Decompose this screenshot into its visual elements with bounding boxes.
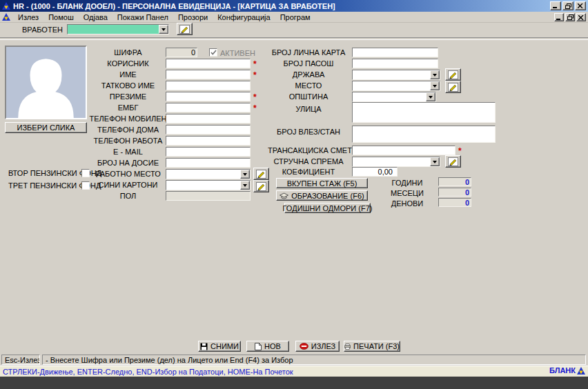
exit-button[interactable]: ИЗЛЕЗ [295,341,340,352]
rabotno-mesto-label: РАБОТНО МЕСТО [85,170,171,179]
brand-label: БЛАНК [549,366,576,375]
restore-icon [567,14,574,20]
keys-hint-bar: СТРЛЕКИ-Движење, ENTER-Следно, END-Избор… [0,366,588,377]
koeficient-input[interactable] [352,167,398,177]
sini-kartoni-edit-button[interactable] [253,180,269,192]
koeficient-label: КОЕФИЦИЕНТ [268,168,349,177]
aktiven-label: АКТИВЕН [220,49,255,58]
telefon-rabota-input[interactable] [166,136,251,146]
mdi-minimize-button[interactable] [554,13,564,21]
telefon-mobilen-input[interactable] [166,114,251,123]
transakciska-smetka-label: ТРАНСАКЦИСКА СМЕТКА [268,146,349,155]
telefon-doma-label: ТЕЛЕФОН ДОМА [85,126,171,134]
telefon-doma-input[interactable] [166,125,251,134]
edit-icon [448,70,458,79]
drzava-edit-button[interactable] [445,68,461,81]
employee-dropdown-button[interactable] [159,25,168,34]
vkupen-staz-label: ВКУПЕН СТАЖ (F5) [287,179,357,188]
shifra-label: ШИФРА [85,48,171,57]
exit-label: ИЗЛЕЗ [311,342,335,350]
chevron-down-icon [429,96,433,101]
email-input[interactable] [166,147,251,157]
rabotno-mesto-edit-button[interactable] [253,168,269,180]
keys-hint-text: СТРЛЕКИ-Движење, ENTER-Следно, END-Избор… [3,368,293,376]
obrazovanie-label: ОБРАЗОВАНИЕ (F6) [291,192,364,200]
prezime-input[interactable] [166,92,251,101]
print-button[interactable]: ПЕЧАТИ (F3) [344,341,400,352]
pol-input[interactable] [166,191,251,201]
mdi-close-button[interactable] [576,13,586,21]
meseci-input[interactable] [438,188,471,197]
desktop-strip [0,377,588,389]
tatkovo-ime-input[interactable] [166,81,251,90]
sini-kartoni-combobox[interactable] [166,180,251,190]
opstina-dropdown-button[interactable] [426,92,435,101]
menu-program[interactable]: Програм [275,12,315,22]
aktiven-checkbox[interactable] [209,48,217,57]
drzava-dropdown-button[interactable] [430,70,440,79]
print-label: ПЕЧАТИ (F3) [353,342,400,350]
save-label: СНИМИ [210,342,239,350]
mdi-restore-button[interactable] [565,13,575,21]
broj-pasos-input[interactable] [352,59,438,68]
broj-licna-karta-input[interactable] [352,48,438,57]
ulica-textarea[interactable] [352,102,496,123]
vkupen-staz-button[interactable]: ВКУПЕН СТАЖ (F5) [276,178,368,188]
mesto-dropdown-button[interactable] [430,81,440,90]
close-button[interactable] [575,1,586,10]
broj-vlez-stan-textarea[interactable] [352,126,496,143]
broj-na-dosie-input[interactable] [166,158,251,168]
chevron-down-icon [433,85,437,90]
mesto-edit-button[interactable] [445,81,461,93]
obrazovanie-button[interactable]: ОБРАЗОВАНИЕ (F6) [276,190,368,201]
menu-izlez[interactable]: Излез [13,12,43,22]
status-bar: Esc-Излез - Внесете Шифра или Презиме (д… [0,354,588,366]
sini-kartoni-dropdown-button[interactable] [240,181,250,190]
embg-input[interactable] [166,103,251,112]
korisnik-label: КОРИСНИК [85,59,171,68]
chevron-down-icon [161,28,166,33]
denovi-input[interactable] [438,198,471,207]
rabotno-mesto-combobox[interactable] [166,169,251,179]
menu-pomos[interactable]: Помош [43,12,79,22]
strucna-sprema-dropdown-button[interactable] [430,157,440,166]
drzava-combobox[interactable] [352,70,440,80]
edit-icon [448,157,458,166]
shifra-input[interactable] [166,48,197,57]
check-icon [210,50,217,55]
ime-input[interactable] [166,70,251,79]
korisnik-input[interactable] [166,59,251,68]
application-window: HR - (1000 - БЛАНК ДООЕЛ) - ПЕРСОНАЛНА Е… [0,0,588,389]
menu-prozori[interactable]: Прозори [173,12,213,22]
employee-edit-button[interactable] [177,23,193,35]
godini-input[interactable] [438,177,471,186]
sini-kartoni-label: СИНИ КАРТОНИ [85,181,171,190]
minimize-icon [556,15,562,20]
choose-picture-button[interactable]: ИЗБЕРИ СЛИКА [5,122,87,133]
minimize-button[interactable] [550,1,561,10]
strucna-sprema-combobox[interactable] [352,157,440,167]
ulica-label: УЛИЦА [268,105,349,114]
save-icon [200,343,208,350]
prezime-label: ПРЕЗИМЕ [85,92,171,101]
broj-licna-karta-label: БРОЈ ЛИЧНА КАРТА [268,48,349,57]
opstina-combobox[interactable] [352,92,436,102]
new-button[interactable]: НОВ [246,341,289,352]
menu-konfiguracija[interactable]: Конфигурација [213,12,275,22]
brand-logo-icon [577,367,585,375]
menu-odjava[interactable]: Одјава [79,12,112,22]
strucna-sprema-edit-button[interactable] [445,155,461,168]
tatkovo-ime-label: ТАТКОВО ИМЕ [85,81,171,90]
transakciska-smetka-input[interactable] [352,146,455,155]
save-button[interactable]: СНИМИ [198,341,241,352]
hint-status-panel: - Внесете Шифра или Презиме (дел) на Лиц… [42,355,586,365]
menu-pokazi-panel[interactable]: Покажи Панел [112,12,173,22]
denovi-label: ДЕНОВИ [383,199,431,208]
godisni-odmori-button[interactable]: ГОДИШНИ ОДМОРИ (F7) [284,203,371,213]
restore-button[interactable] [562,1,574,10]
mesto-combobox[interactable] [352,81,440,91]
title-bar: HR - (1000 - БЛАНК ДООЕЛ) - ПЕРСОНАЛНА Е… [0,0,588,12]
godisni-odmori-label: ГОДИШНИ ОДМОРИ (F7) [283,204,373,212]
employee-combobox[interactable] [67,24,169,34]
rabotno-mesto-dropdown-button[interactable] [240,170,250,179]
